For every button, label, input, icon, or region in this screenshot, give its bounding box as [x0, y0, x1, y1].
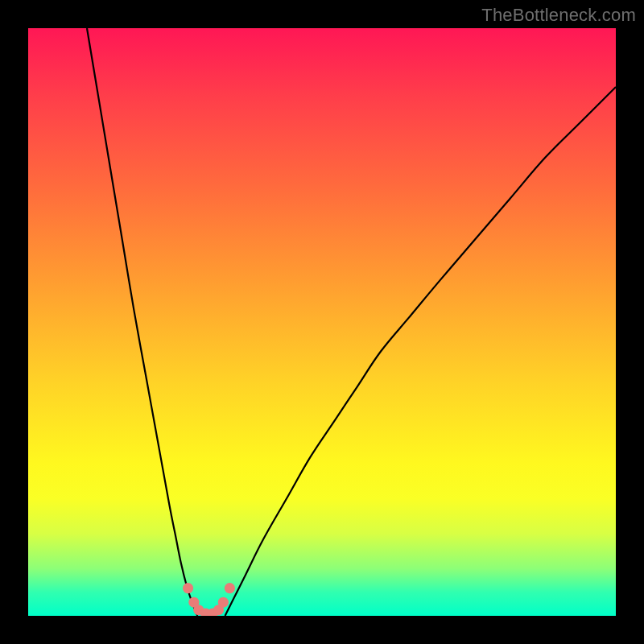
watermark-text: TheBottleneck.com	[481, 5, 636, 26]
valley-marker	[183, 583, 193, 593]
left-branch-curve	[87, 28, 197, 616]
chart-frame: TheBottleneck.com	[0, 0, 644, 644]
valley-marker	[218, 597, 229, 608]
curve-layer	[28, 28, 616, 616]
valley-marker	[225, 583, 235, 593]
plot-area	[28, 28, 616, 616]
right-branch-curve	[225, 87, 616, 616]
